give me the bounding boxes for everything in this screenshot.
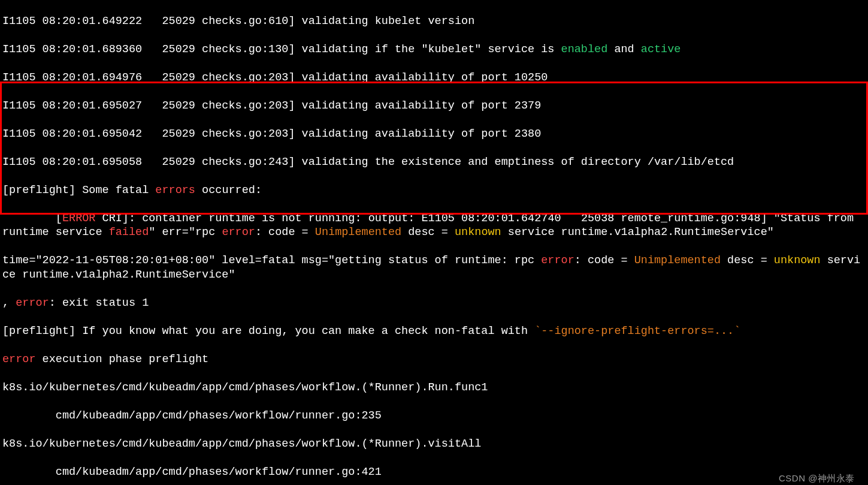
stack-line: cmd/kubeadm/app/cmd/phases/workflow/runn… <box>2 409 866 423</box>
preflight-fatal-line: [preflight] Some fatal errors occurred: <box>2 183 866 198</box>
code-unimplemented: Unimplemented <box>315 226 401 239</box>
csdn-watermark: CSDN @神州永泰 <box>779 471 855 485</box>
log-line: I1105 08:20:01.695027 25029 checks.go:20… <box>2 99 866 113</box>
log-line: I1105 08:20:01.649222 25029 checks.go:61… <box>2 14 866 29</box>
errors-word: errors <box>155 184 195 197</box>
execution-phase-line: error execution phase preflight <box>2 353 866 367</box>
time-fatal-line: time="2022-11-05T08:20:01+08:00" level=f… <box>2 254 866 282</box>
exit-status-line: , error: exit status 1 <box>2 296 866 311</box>
log-line: I1105 08:20:01.689360 25029 checks.go:13… <box>2 43 866 57</box>
error-word: error <box>16 297 49 309</box>
error-word: error <box>2 353 36 366</box>
status-active: active <box>641 43 681 56</box>
stack-line: cmd/kubeadm/app/cmd/phases/workflow/runn… <box>2 465 866 480</box>
desc-unknown: unknown <box>455 226 501 239</box>
code-unimplemented: Unimplemented <box>634 254 721 267</box>
log-line: I1105 08:20:01.695042 25029 checks.go:20… <box>2 127 866 141</box>
preflight-hint-line: [preflight] If you know what you are doi… <box>2 324 866 339</box>
terminal-output: I1105 08:20:01.649222 25029 checks.go:61… <box>0 0 868 485</box>
stack-line: k8s.io/kubernetes/cmd/kubeadm/app/cmd/ph… <box>2 437 866 451</box>
error-tag: ERROR <box>62 212 96 225</box>
failed-word: failed <box>109 226 149 239</box>
error-word: error <box>222 226 255 239</box>
stack-line: k8s.io/kubernetes/cmd/kubeadm/app/cmd/ph… <box>2 381 866 395</box>
ignore-preflight-flag: `--ignore-preflight-errors=...` <box>534 325 740 338</box>
error-word: error <box>541 254 574 267</box>
log-line: I1105 08:20:01.694976 25029 checks.go:20… <box>2 71 866 85</box>
cri-error-line: [ERROR CRI]: container runtime is not ru… <box>2 212 866 240</box>
desc-unknown: unknown <box>774 254 821 267</box>
status-enabled: enabled <box>561 43 608 56</box>
log-line: I1105 08:20:01.695058 25029 checks.go:24… <box>2 155 866 170</box>
